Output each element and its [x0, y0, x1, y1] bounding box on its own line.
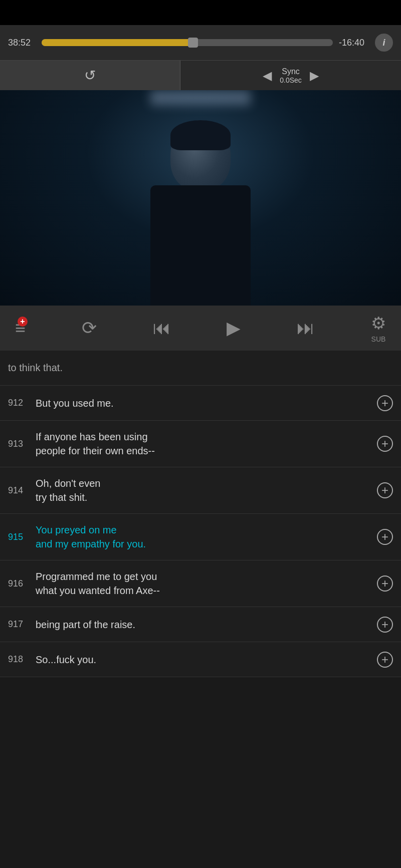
subtitle-item[interactable]: 916Programmed me to get youwhat you want… — [0, 560, 401, 607]
repeat-icon: ↺ — [84, 67, 96, 84]
subtitle-text: If anyone has been usingpeople for their… — [36, 430, 377, 458]
subtitle-add-button[interactable]: + — [377, 652, 393, 668]
progress-thumb[interactable] — [188, 38, 198, 48]
add-to-list-button[interactable]: ≡ — [15, 318, 26, 339]
repeat-button[interactable]: ↺ — [0, 61, 180, 90]
gear-icon: ⚙ — [371, 313, 386, 333]
subtitle-item[interactable]: 918So...fuck you.+ — [0, 642, 401, 677]
subtitle-list: to think that. 912But you used me.+913If… — [0, 351, 401, 677]
prev-track-icon: ⏮ — [153, 318, 171, 339]
figure-body — [150, 185, 251, 306]
sub-label: SUB — [371, 335, 386, 343]
play-button[interactable]: ▶ — [227, 318, 241, 339]
next-track-icon: ⏭ — [297, 318, 315, 339]
subtitle-item[interactable]: 917being part of the raise.+ — [0, 607, 401, 642]
subtitle-text: So...fuck you. — [36, 653, 377, 667]
next-track-button[interactable]: ⏭ — [297, 318, 315, 339]
info-button[interactable]: i — [375, 34, 393, 52]
subtitle-add-button[interactable]: + — [377, 575, 393, 592]
progress-fill — [42, 39, 193, 46]
subtitle-number: 918 — [8, 654, 36, 665]
partial-subtitle-item: to think that. — [0, 351, 401, 386]
info-icon: i — [382, 38, 385, 48]
partial-subtitle-text: to think that. — [8, 362, 63, 374]
subtitle-text: being part of the raise. — [36, 618, 377, 632]
replay-button[interactable]: ⟳ — [82, 318, 97, 339]
figure-hair — [170, 120, 231, 150]
sync-info: Sync 0.0Sec — [280, 67, 302, 84]
sync-prev-button[interactable]: ◀ — [263, 69, 272, 83]
subtitle-item[interactable]: 913If anyone has been usingpeople for th… — [0, 421, 401, 467]
figure-head — [170, 120, 231, 190]
transport-bar: 38:52 -16:40 i — [0, 25, 401, 60]
subtitle-add-button[interactable]: + — [377, 529, 393, 545]
subtitle-number: 914 — [8, 485, 36, 496]
subtitle-number: 915 — [8, 532, 36, 542]
video-player[interactable] — [0, 90, 401, 306]
subtitle-add-button[interactable]: + — [377, 617, 393, 633]
time-elapsed: 38:52 — [8, 38, 36, 48]
subtitle-number: 917 — [8, 619, 36, 630]
subtitle-number: 913 — [8, 439, 36, 449]
sync-next-button[interactable]: ▶ — [310, 69, 319, 83]
sync-label: Sync — [282, 67, 300, 76]
subtitle-text: You preyed on meand my empathy for you. — [36, 523, 377, 551]
status-bar — [0, 0, 401, 25]
subtitle-add-button[interactable]: + — [377, 436, 393, 452]
progress-track[interactable] — [42, 39, 333, 46]
subtitle-text: Oh, don't eventry that shit. — [36, 476, 377, 504]
scene-light — [150, 90, 251, 105]
subtitle-number: 916 — [8, 578, 36, 589]
subtitle-item[interactable]: 914Oh, don't eventry that shit.+ — [0, 467, 401, 514]
sync-bar: ↺ ◀ Sync 0.0Sec ▶ — [0, 60, 401, 90]
time-remaining: -16:40 — [339, 38, 369, 48]
subtitle-item[interactable]: 915You preyed on meand my empathy for yo… — [0, 514, 401, 560]
video-figure — [130, 110, 271, 306]
sync-controls: ◀ Sync 0.0Sec ▶ — [180, 67, 401, 84]
subtitle-text: Programmed me to get youwhat you wanted … — [36, 569, 377, 598]
replay-icon: ⟳ — [82, 318, 97, 339]
sync-value: 0.0Sec — [280, 76, 302, 84]
subtitle-add-button[interactable]: + — [377, 395, 393, 411]
play-icon: ▶ — [227, 318, 241, 339]
subtitle-items-container: 912But you used me.+913If anyone has bee… — [0, 386, 401, 677]
subtitle-number: 912 — [8, 398, 36, 408]
prev-track-button[interactable]: ⏮ — [153, 318, 171, 339]
playback-controls: ≡ ⟳ ⏮ ▶ ⏭ ⚙ SUB — [0, 306, 401, 351]
subtitle-item[interactable]: 912But you used me.+ — [0, 386, 401, 421]
list-add-icon: ≡ — [15, 318, 26, 339]
subtitle-add-button[interactable]: + — [377, 482, 393, 498]
subtitle-text: But you used me. — [36, 396, 377, 410]
sub-settings-button[interactable]: ⚙ SUB — [371, 313, 386, 343]
